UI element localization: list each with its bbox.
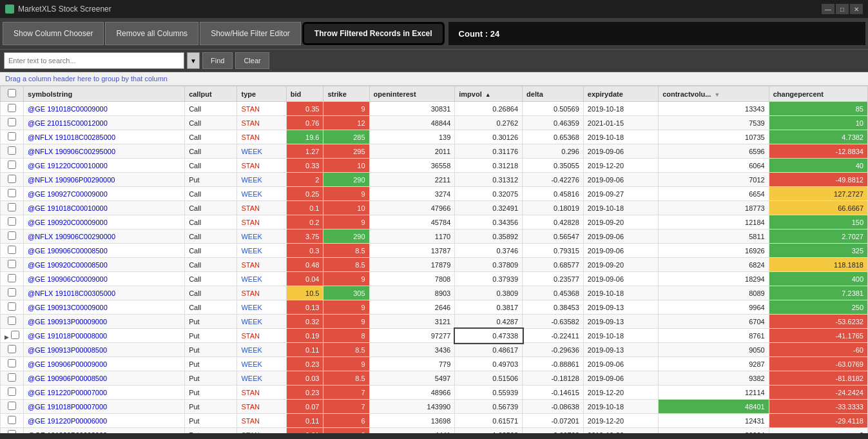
header-changepercent[interactable]: changepercent	[769, 86, 867, 102]
cell-expirydate: 2019-09-20	[583, 215, 658, 229]
select-all-checkbox[interactable]	[8, 89, 16, 97]
throw-filtered-records-button[interactable]: Throw Filtered Records in Excel	[302, 22, 445, 45]
header-contractvolu[interactable]: contractvolu... ▼	[659, 86, 769, 102]
row-checkbox[interactable]	[8, 302, 16, 311]
cell-expirydate: 2019-09-06	[583, 144, 658, 159]
cell-impvol: 0.37939	[455, 272, 523, 286]
cell-strike: 3	[323, 428, 369, 434]
cell-strike: 8.5	[323, 371, 369, 385]
row-checkbox[interactable]	[8, 387, 16, 396]
cell-contractvolu: 7539	[659, 116, 769, 130]
header-impvol[interactable]: impvol ▲	[455, 86, 523, 102]
row-checkbox[interactable]	[8, 430, 16, 433]
cell-delta: -0.63582	[523, 315, 584, 329]
close-button[interactable]: ✕	[850, 4, 863, 14]
row-checkbox[interactable]	[8, 104, 16, 112]
row-checkbox[interactable]	[8, 189, 16, 197]
row-checkbox[interactable]	[8, 359, 16, 367]
minimize-button[interactable]: —	[822, 4, 834, 14]
table-row: @GE 190913P00009000 Put WEEK 0.32 9 3121…	[1, 315, 868, 329]
cell-contractvolu: 6596	[659, 144, 769, 159]
cell-expirydate: 2019-10-18	[583, 201, 658, 215]
header-symbolstring[interactable]: symbolstring	[24, 86, 185, 102]
cell-impvol: 0.35892	[455, 229, 523, 244]
row-checkbox[interactable]	[8, 317, 16, 325]
row-indicator-cell	[1, 414, 24, 428]
clear-button[interactable]: Clear	[235, 52, 269, 69]
header-bid[interactable]: bid	[286, 86, 323, 102]
row-checkbox[interactable]	[8, 260, 16, 268]
row-checkbox[interactable]	[8, 288, 16, 297]
row-indicator-cell	[1, 400, 24, 414]
row-checkbox[interactable]	[8, 274, 16, 282]
row-indicator-cell	[1, 144, 24, 159]
header-expirydate[interactable]: expirydate	[583, 86, 658, 102]
maximize-button[interactable]: □	[836, 4, 849, 14]
cell-type: STAN	[237, 286, 286, 300]
table-row: @NFLX 190906P00290000 Put WEEK 2 290 221…	[1, 173, 868, 187]
row-checkbox[interactable]	[8, 132, 16, 141]
app-title: MarketXLS Stock Screener	[18, 5, 111, 14]
cell-delta: 0.23577	[523, 272, 584, 286]
cell-expirydate: 2019-10-18	[583, 400, 658, 414]
row-checkbox[interactable]	[8, 203, 16, 211]
row-checkbox[interactable]	[8, 146, 16, 155]
data-table: symbolstring callput type bid strike ope…	[0, 86, 868, 433]
cell-expirydate: 2019-09-06	[583, 173, 658, 187]
cell-type: STAN	[237, 414, 286, 428]
header-callput[interactable]: callput	[185, 86, 237, 102]
row-checkbox[interactable]	[11, 331, 19, 339]
search-input[interactable]	[4, 52, 184, 69]
cell-changepercent: 0	[769, 428, 867, 434]
row-checkbox[interactable]	[8, 402, 16, 410]
data-table-container[interactable]: symbolstring callput type bid strike ope…	[0, 86, 868, 433]
cell-impvol: 0.3817	[455, 300, 523, 315]
header-checkbox-col[interactable]	[1, 86, 24, 102]
row-checkbox[interactable]	[8, 416, 16, 424]
row-checkbox[interactable]	[8, 217, 16, 226]
header-strike[interactable]: strike	[323, 86, 369, 102]
cell-bid: 3.75	[286, 229, 323, 244]
row-indicator-cell	[1, 173, 24, 187]
table-row: @GE 190906P00009000 Put WEEK 0.23 9 779 …	[1, 357, 868, 371]
cell-delta: -0.14615	[523, 385, 584, 400]
row-checkbox[interactable]	[8, 345, 16, 353]
count-text: Count : 24	[459, 29, 500, 39]
row-checkbox[interactable]	[8, 118, 16, 126]
cell-type: WEEK	[237, 343, 286, 357]
show-column-chooser-button[interactable]: Show Column Chooser	[3, 22, 104, 45]
cell-changepercent: -29.4118	[769, 414, 867, 428]
cell-expirydate: 2019-10-18	[583, 130, 658, 144]
row-checkbox[interactable]	[8, 231, 16, 240]
cell-callput: Put	[185, 357, 237, 371]
search-dropdown-button[interactable]: ▼	[187, 52, 200, 69]
cell-delta: -0.00763	[523, 428, 584, 434]
remove-all-columns-button[interactable]: Remove all Columns	[105, 22, 198, 45]
find-button[interactable]: Find	[202, 52, 233, 69]
row-indicator-cell	[1, 130, 24, 144]
cell-changepercent: 4.7382	[769, 130, 867, 144]
cell-changepercent: -81.8182	[769, 371, 867, 385]
search-bar: ▼ Find Clear	[0, 50, 868, 72]
cell-symbolstring: @NFLX 191018C00285000	[24, 130, 185, 144]
show-hide-filter-editor-button[interactable]: Show/Hide Filter Editor	[200, 22, 301, 45]
row-indicator-cell	[1, 300, 24, 315]
cell-callput: Put	[185, 385, 237, 400]
cell-impvol: 0.32491	[455, 201, 523, 215]
cell-impvol: 0.47338	[455, 329, 523, 343]
cell-contractvolu: 10735	[659, 130, 769, 144]
cell-callput: Put	[185, 428, 237, 434]
cell-contractvolu: 12184	[659, 215, 769, 229]
row-checkbox[interactable]	[8, 175, 16, 183]
cell-openinterest: 3121	[369, 315, 455, 329]
cell-delta: 0.68577	[523, 258, 584, 272]
row-checkbox[interactable]	[8, 246, 16, 254]
filter-icon-contractvolu[interactable]: ▼	[714, 92, 720, 98]
row-checkbox[interactable]	[8, 373, 16, 382]
row-checkbox[interactable]	[8, 161, 16, 169]
row-indicator-cell	[1, 315, 24, 329]
header-type[interactable]: type	[237, 86, 286, 102]
header-openinterest[interactable]: openinterest	[369, 86, 455, 102]
header-delta[interactable]: delta	[523, 86, 584, 102]
cell-strike: 10	[323, 201, 369, 215]
